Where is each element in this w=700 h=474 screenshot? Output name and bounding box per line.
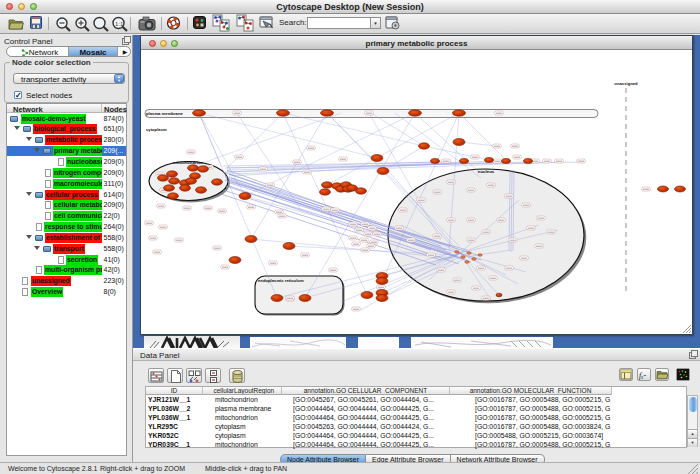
svg-text:nucleus: nucleus: [478, 169, 495, 174]
svg-text:cytoplasm: cytoplasm: [146, 127, 167, 132]
svg-text:unassigned: unassigned: [614, 81, 638, 86]
svg-text:plasma membrane: plasma membrane: [146, 111, 183, 116]
svg-text:mitochondrion: mitochondrion: [173, 160, 204, 165]
svg-text:fₓ‑: fₓ‑: [639, 371, 646, 380]
svg-text:1:1: 1:1: [115, 21, 124, 27]
svg-text:endoplasmic reticulum: endoplasmic reticulum: [258, 278, 304, 283]
